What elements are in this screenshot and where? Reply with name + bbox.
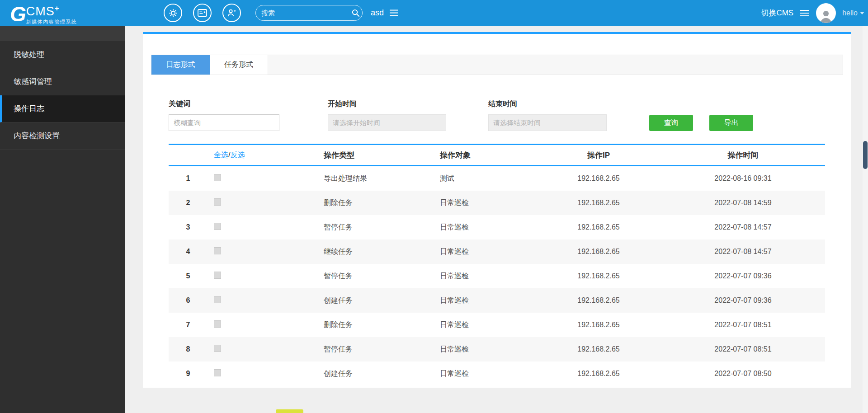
row-index: 5 — [169, 272, 208, 280]
cell-op-ip: 192.168.2.65 — [536, 345, 661, 353]
logo-subtitle: 新媒体内容管理系统 — [26, 19, 77, 25]
account-dropdown[interactable]: hello — [842, 9, 864, 17]
row-index: 1 — [169, 174, 208, 183]
cell-op-type: 导出处理结果 — [324, 174, 440, 183]
table-row: 3 暂停任务 日常巡检 192.168.2.65 2022-07-08 14:5… — [169, 215, 825, 239]
user-menu-icon[interactable] — [389, 9, 398, 16]
row-select-cell — [208, 296, 324, 305]
sidebar-item-operation-log[interactable]: 操作日志 — [0, 95, 125, 122]
row-index: 9 — [169, 370, 208, 378]
cell-op-ip: 192.168.2.65 — [536, 223, 661, 231]
scrollbar-track[interactable] — [863, 26, 868, 413]
row-select-cell — [208, 198, 324, 207]
sidebar-header — [0, 26, 125, 41]
id-card-icon[interactable] — [193, 4, 212, 22]
header-op-object: 操作对象 — [440, 150, 536, 160]
row-index: 2 — [169, 199, 208, 207]
keyword-label: 关键词 — [169, 99, 279, 109]
cell-op-time: 2022-07-08 14:59 — [661, 199, 825, 207]
select-all-link[interactable]: 全选 — [214, 151, 228, 159]
cell-op-time: 2022-08-16 09:31 — [661, 174, 825, 183]
sidebar-item-label: 操作日志 — [14, 103, 44, 114]
cell-op-object: 日常巡检 — [440, 247, 536, 257]
select-invert-link[interactable]: 反选 — [231, 151, 245, 159]
cell-op-object: 日常巡检 — [440, 369, 536, 379]
avatar[interactable] — [816, 3, 836, 23]
topbar-right: 切换CMS hello — [761, 0, 864, 26]
cell-op-time: 2022-07-07 09:36 — [661, 272, 825, 280]
sidebar-item-sensitive-words[interactable]: 敏感词管理 — [0, 68, 125, 95]
table-row: 9 创建任务 日常巡检 192.168.2.65 2022-07-07 08:5… — [169, 361, 825, 386]
logo-g: G — [10, 4, 25, 24]
topbar-quick-icons — [164, 4, 241, 22]
start-time-input[interactable] — [328, 114, 446, 131]
keyword-filter: 关键词 — [169, 99, 279, 131]
header-op-type: 操作类型 — [324, 150, 440, 160]
cell-op-time: 2022-07-07 08:51 — [661, 321, 825, 329]
end-time-input[interactable] — [488, 114, 607, 131]
cell-op-object: 日常巡检 — [440, 272, 536, 281]
add-user-icon[interactable] — [222, 4, 241, 22]
main-content: 首页 > 操作日志 日志形式 任务形式 关键词 开始时间 结束时间 查询 导出 — [125, 0, 868, 388]
cell-op-object: 测试 — [440, 174, 536, 183]
filter-bar: 关键词 开始时间 结束时间 查询 导出 — [151, 99, 843, 131]
cell-op-type: 删除任务 — [324, 198, 440, 208]
cell-op-object: 日常巡检 — [440, 345, 536, 354]
pagination-partial-button[interactable] — [276, 409, 303, 413]
tab-log-form[interactable]: 日志形式 — [151, 55, 210, 75]
search-input[interactable] — [261, 9, 351, 17]
keyword-input[interactable] — [169, 114, 279, 131]
table-row: 5 暂停任务 日常巡检 192.168.2.65 2022-07-07 09:3… — [169, 264, 825, 288]
nav-menu-icon[interactable] — [800, 9, 810, 17]
row-checkbox[interactable] — [214, 320, 221, 328]
row-index: 6 — [169, 296, 208, 305]
header-op-time: 操作时间 — [661, 150, 825, 160]
cell-op-ip: 192.168.2.65 — [536, 272, 661, 280]
export-button[interactable]: 导出 — [709, 115, 753, 131]
row-checkbox[interactable] — [214, 272, 221, 279]
table-row: 6 创建任务 日常巡检 192.168.2.65 2022-07-07 09:3… — [169, 288, 825, 313]
cell-op-object: 日常巡检 — [440, 320, 536, 330]
sidebar-item-desensitization[interactable]: 脱敏处理 — [0, 41, 125, 68]
cell-op-ip: 192.168.2.65 — [536, 199, 661, 207]
tab-bar-filler — [268, 55, 843, 75]
sidebar-item-content-detection[interactable]: 内容检测设置 — [0, 122, 125, 150]
scrollbar-thumb[interactable] — [863, 141, 868, 169]
start-time-label: 开始时间 — [328, 99, 446, 109]
cell-op-object: 日常巡检 — [440, 198, 536, 208]
row-checkbox[interactable] — [214, 198, 221, 206]
row-checkbox[interactable] — [214, 223, 221, 230]
row-checkbox[interactable] — [214, 174, 221, 181]
table-row: 8 暂停任务 日常巡检 192.168.2.65 2022-07-07 08:5… — [169, 337, 825, 361]
topbar: G CMS+ 新媒体内容管理系统 asd 切换CMS — [0, 0, 868, 26]
tab-task-form[interactable]: 任务形式 — [210, 55, 268, 75]
topbar-search[interactable] — [255, 5, 363, 21]
cell-op-time: 2022-07-08 14:57 — [661, 248, 825, 256]
tab-bar: 日志形式 任务形式 — [151, 55, 843, 75]
topbar-user-area: asd — [371, 0, 398, 26]
logo-text: CMS+ — [26, 2, 77, 18]
row-checkbox[interactable] — [214, 345, 221, 352]
row-checkbox[interactable] — [214, 296, 221, 303]
row-select-cell — [208, 369, 324, 378]
table-row: 7 删除任务 日常巡检 192.168.2.65 2022-07-07 08:5… — [169, 313, 825, 337]
row-checkbox[interactable] — [214, 247, 221, 254]
logo-plus: + — [55, 4, 60, 13]
search-icon[interactable] — [351, 9, 360, 17]
cell-op-time: 2022-07-07 08:50 — [661, 370, 825, 378]
row-select-cell — [208, 272, 324, 281]
row-select-cell — [208, 174, 324, 183]
cell-op-time: 2022-07-07 08:51 — [661, 345, 825, 353]
query-button[interactable]: 查询 — [649, 115, 693, 131]
operation-log-table: 全选/反选 操作类型 操作对象 操作IP 操作时间 1 导出处理结果 测试 19… — [169, 144, 825, 386]
row-index: 7 — [169, 321, 208, 329]
app-logo[interactable]: G CMS+ 新媒体内容管理系统 — [10, 2, 77, 25]
table-row: 1 导出处理结果 测试 192.168.2.65 2022-08-16 09:3… — [169, 166, 825, 191]
end-time-filter: 结束时间 — [488, 99, 607, 131]
cell-op-type: 暂停任务 — [324, 345, 440, 354]
row-checkbox[interactable] — [214, 369, 221, 376]
chevron-down-icon — [860, 12, 864, 14]
switch-cms-link[interactable]: 切换CMS — [761, 8, 793, 18]
cell-op-time: 2022-07-07 09:36 — [661, 296, 825, 305]
settings-gear-icon[interactable] — [164, 4, 182, 22]
